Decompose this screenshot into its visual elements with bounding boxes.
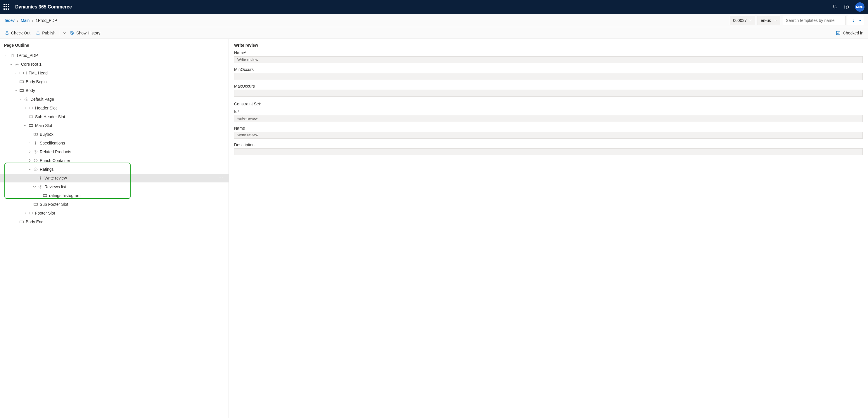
- description-field[interactable]: [234, 148, 863, 155]
- tree-node-reviews-list[interactable]: Reviews list: [4, 182, 228, 191]
- tree-label: Write review: [44, 176, 67, 180]
- chevron-right-icon[interactable]: [28, 158, 32, 163]
- tree-node-buybox[interactable]: Buybox: [4, 130, 228, 139]
- tree-label: ratings histogram: [49, 193, 81, 198]
- svg-rect-10: [29, 107, 33, 109]
- tree-node-footer-slot[interactable]: Footer Slot: [4, 209, 228, 217]
- search-more-button[interactable]: [857, 16, 863, 25]
- tree-node-main-slot[interactable]: Main Slot: [4, 121, 228, 130]
- app-launcher-icon[interactable]: [3, 4, 9, 10]
- svg-point-20: [40, 186, 41, 187]
- tree-label: Buybox: [40, 132, 54, 137]
- check-out-button[interactable]: Check Out: [5, 31, 30, 35]
- chevron-down-icon[interactable]: [28, 167, 32, 172]
- tree-label: Default Page: [30, 97, 54, 102]
- id-label: Id*: [234, 109, 863, 114]
- checked-in-status: Checked in: [836, 31, 863, 35]
- svg-point-1: [846, 8, 847, 8]
- tree-node-body[interactable]: Body: [4, 86, 228, 95]
- tree-node-enrich-container[interactable]: Enrich Container: [4, 156, 228, 165]
- command-bar: Check Out Publish Show History Checked i…: [0, 27, 868, 39]
- container-icon: [29, 123, 33, 128]
- chevron-right-icon[interactable]: [23, 106, 28, 110]
- tree-node-write-review[interactable]: Write review ···: [0, 174, 228, 182]
- gear-icon: [38, 184, 43, 189]
- container-icon: [19, 88, 24, 93]
- tree-node-related-products[interactable]: Related Products: [4, 147, 228, 156]
- tree-label: Related Products: [40, 149, 71, 154]
- maxoccurs-field[interactable]: [234, 90, 863, 97]
- svg-point-19: [40, 177, 41, 179]
- svg-rect-4: [836, 31, 840, 35]
- name-field[interactable]: [234, 56, 863, 63]
- chevron-right-icon[interactable]: [28, 141, 32, 145]
- svg-point-16: [35, 151, 36, 152]
- history-icon: [70, 31, 74, 35]
- more-icon[interactable]: ···: [219, 175, 223, 181]
- tree-node-ratings-histogram[interactable]: ratings histogram: [4, 191, 228, 200]
- constraint-set-label: Constraint Set*: [234, 102, 863, 106]
- chevron-down-icon[interactable]: [4, 53, 9, 58]
- chevron-down-icon: [749, 19, 752, 22]
- bell-icon[interactable]: [832, 4, 838, 10]
- name2-field[interactable]: [234, 132, 863, 139]
- search-input[interactable]: [783, 16, 845, 25]
- top-navbar: Dynamics 365 Commerce MRG: [0, 0, 868, 14]
- maxoccurs-label: MaxOccurs: [234, 84, 863, 89]
- locale-dropdown-value: en-us: [761, 18, 771, 23]
- minoccurs-field[interactable]: [234, 73, 863, 80]
- tree-label: Main Slot: [35, 123, 52, 128]
- tree-node-header-slot[interactable]: Header Slot: [4, 104, 228, 112]
- svg-rect-22: [34, 204, 37, 206]
- tree-label: Header Slot: [35, 106, 57, 110]
- chevron-down-icon[interactable]: [9, 62, 13, 67]
- search-button[interactable]: [848, 16, 857, 25]
- chevron-right-icon[interactable]: [23, 211, 28, 215]
- svg-rect-24: [20, 221, 23, 223]
- chevron-right-icon[interactable]: [13, 71, 18, 75]
- tree-label: Enrich Container: [40, 158, 70, 163]
- tree-node-body-end[interactable]: Body End: [4, 217, 228, 226]
- tree-label: Ratings: [40, 167, 54, 172]
- tree-node-root[interactable]: 1Prod_PDP: [4, 51, 228, 60]
- show-history-button[interactable]: Show History: [70, 31, 100, 35]
- chevron-down-icon: [859, 19, 861, 22]
- svg-rect-3: [6, 33, 8, 34]
- locale-dropdown[interactable]: en-us: [757, 16, 780, 25]
- toolbar-more-chevron[interactable]: [61, 30, 67, 36]
- chevron-down-icon[interactable]: [32, 184, 37, 189]
- chevron-down-icon[interactable]: [13, 88, 18, 93]
- svg-rect-11: [29, 116, 33, 118]
- chevron-down-icon[interactable]: [23, 123, 28, 128]
- breadcrumb-link-fedev[interactable]: fedev: [5, 18, 14, 23]
- site-dropdown[interactable]: 000037: [730, 16, 755, 25]
- help-icon[interactable]: [843, 4, 849, 10]
- chevron-down-icon[interactable]: [18, 97, 23, 102]
- tree-node-sub-header-slot[interactable]: Sub Header Slot: [4, 112, 228, 121]
- chevron-right-icon[interactable]: [28, 149, 32, 154]
- tree-node-specifications[interactable]: Specifications: [4, 139, 228, 147]
- svg-rect-8: [20, 90, 23, 92]
- breadcrumb-link-main[interactable]: Main: [21, 18, 30, 23]
- tree-node-ratings[interactable]: Ratings: [4, 165, 228, 174]
- publish-button[interactable]: Publish: [36, 31, 56, 35]
- svg-point-9: [26, 99, 27, 100]
- avatar[interactable]: MRG: [855, 2, 865, 12]
- chevron-down-icon: [774, 19, 777, 22]
- tree-node-default-page[interactable]: Default Page: [4, 95, 228, 104]
- breadcrumb-current: 1Prod_PDP: [36, 18, 57, 23]
- outline-pane: Page Outline 1Prod_PDP Core root 1 HTML …: [0, 39, 229, 418]
- id-field[interactable]: [234, 115, 863, 122]
- svg-point-15: [35, 142, 36, 144]
- tree-node-sub-footer-slot[interactable]: Sub Footer Slot: [4, 200, 228, 209]
- gear-icon: [24, 97, 29, 102]
- tree-node-core-root[interactable]: Core root 1: [4, 60, 228, 69]
- name2-label: Name: [234, 126, 863, 131]
- tree-node-html-head[interactable]: HTML Head: [4, 69, 228, 77]
- gear-icon: [33, 167, 38, 172]
- svg-point-5: [17, 64, 18, 65]
- minoccurs-label: MinOccurs: [234, 67, 863, 72]
- name-label: Name*: [234, 50, 863, 55]
- gear-icon: [14, 62, 19, 67]
- tree-node-body-begin[interactable]: Body Begin: [4, 77, 228, 86]
